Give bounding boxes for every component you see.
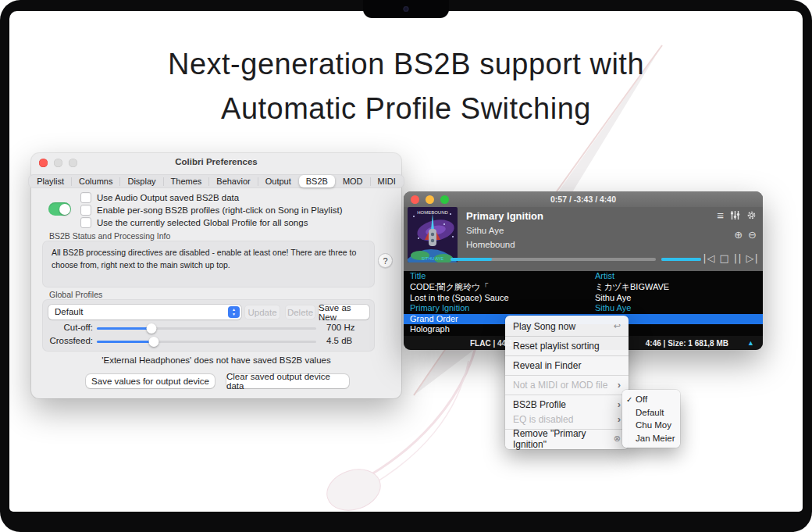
profile-select[interactable]: Default ▲▼ — [48, 305, 241, 320]
pause-icon[interactable]: || — [734, 252, 743, 264]
tab-behavior[interactable]: Behavior — [209, 175, 257, 187]
menu-item-label: Remove "Primary Ignition" — [513, 428, 614, 450]
progress-bar-fill — [451, 258, 492, 261]
headline-line2: Automatic Profile Switching — [9, 87, 803, 131]
tab-columns[interactable]: Columns — [72, 175, 119, 187]
bs2b-profile-submenu: ✓ Off Default Chu Moy Jan Meier — [622, 390, 680, 448]
submenu-item-jan-meier[interactable]: Jan Meier — [622, 432, 680, 445]
row-artist: Sithu Aye — [595, 293, 631, 304]
playlist-row[interactable]: CODE:闇ク腕玲ウ「 ミカヅキBIGWAVE — [404, 282, 763, 293]
playlist-menu-icon[interactable]: ≡ — [717, 209, 724, 222]
row-title: Holograph — [410, 324, 450, 335]
submenu-item-label: Jan Meier — [636, 434, 675, 443]
settings-gear-icon[interactable] — [746, 210, 757, 220]
headline-line1: Next-generation BS2B support with — [9, 42, 803, 87]
progress-bar[interactable] — [451, 258, 656, 261]
per-song-toggle[interactable] — [48, 202, 71, 216]
player-titlebar[interactable]: 0:57 / -3:43 / 4:40 — [404, 191, 763, 207]
playlist-row[interactable]: Lost in the (Space) Sauce Sithu Aye — [404, 293, 763, 304]
chevron-right-icon: › — [618, 414, 621, 424]
previous-track-icon[interactable]: |◁ — [703, 252, 715, 264]
clear-device-data-button[interactable]: Clear saved output device data — [226, 374, 349, 388]
album-art-title: HOMEBOUND — [417, 210, 448, 215]
stop-icon[interactable]: □ — [720, 252, 730, 264]
menu-item-remove-song[interactable]: Remove "Primary Ignition" ⊗ — [505, 431, 629, 446]
playlist-header[interactable]: Title Artist — [404, 271, 763, 282]
menu-item-reset-sorting[interactable]: Reset playlist sorting — [505, 338, 629, 353]
cutoff-slider-knob[interactable] — [147, 323, 157, 334]
playlist-row-now-playing[interactable]: Primary Ignition Sithu Aye — [404, 303, 763, 314]
tab-bs2b[interactable]: BS2B — [299, 175, 335, 187]
update-button[interactable]: Update — [244, 305, 280, 320]
now-playing-panel: HOMEBOUND SITHU AYE Primary Ignition Sit… — [404, 207, 763, 271]
submenu-item-off[interactable]: ✓ Off — [622, 393, 680, 406]
menu-item-reveal-in-finder[interactable]: Reveal in Finder — [505, 358, 629, 373]
select-stepper-icon: ▲▼ — [228, 306, 240, 318]
zoom-out-icon[interactable]: ⊖ — [748, 229, 757, 241]
preferences-window: Colibri Preferences Playlist Columns Dis… — [31, 153, 401, 398]
crossfeed-slider[interactable] — [97, 341, 316, 344]
laptop-notch — [363, 0, 449, 18]
checkbox-row-audio-output[interactable]: Use Audio Output saved BS2B data — [80, 192, 239, 203]
page-title: Next-generation BS2B support with Automa… — [9, 42, 803, 131]
preferences-tabbar: Playlist Columns Display Themes Behavior… — [31, 174, 401, 188]
tab-midi[interactable]: MIDI — [371, 175, 403, 187]
status-info-box: All BS2B processing directives are disab… — [42, 241, 375, 287]
equalizer-icon[interactable] — [730, 210, 740, 220]
menu-item-bs2b-profile[interactable]: BS2B Profile › — [505, 397, 629, 412]
submenu-item-default[interactable]: Default — [622, 406, 680, 420]
window-title: Colibri Preferences — [31, 157, 401, 166]
collapse-statusbar-icon[interactable]: ▲ — [747, 339, 754, 347]
cutoff-slider-fill — [97, 327, 151, 330]
volume-bar-fill — [661, 258, 701, 261]
tab-playlist[interactable]: Playlist — [30, 175, 71, 187]
checkbox-audio-output[interactable] — [80, 192, 91, 203]
cutoff-slider[interactable] — [97, 327, 316, 330]
laptop-screen: Next-generation BS2B support with Automa… — [9, 11, 803, 512]
next-track-icon[interactable]: ▷| — [746, 252, 759, 264]
submenu-item-chu-moy[interactable]: Chu Moy — [622, 419, 680, 432]
help-button[interactable]: ? — [378, 253, 393, 268]
checkbox-row-global-profile[interactable]: Use the currently selected Global Profil… — [80, 217, 308, 228]
column-title[interactable]: Title — [410, 271, 426, 282]
crossfeed-slider-row: Crossfeed: 4.5 dB — [31, 335, 401, 348]
menu-item-label: Reveal in Finder — [513, 360, 581, 371]
preferences-titlebar[interactable]: Colibri Preferences — [31, 153, 401, 172]
check-icon: ✓ — [626, 395, 636, 404]
column-artist[interactable]: Artist — [595, 271, 614, 282]
delete-button[interactable]: Delete — [285, 305, 315, 320]
save-as-new-button[interactable]: Save as New — [319, 305, 369, 320]
status-message: All BS2B processing directives are disab… — [42, 241, 375, 278]
zoom-in-icon[interactable]: ⊕ — [734, 229, 743, 241]
volume-bar[interactable] — [661, 258, 701, 261]
menu-divider — [505, 336, 629, 337]
checkbox-per-song[interactable] — [80, 205, 91, 216]
crossfeed-slider-fill — [97, 341, 154, 344]
tab-output[interactable]: Output — [258, 175, 298, 187]
checkbox-audio-output-label: Use Audio Output saved BS2B data — [97, 193, 239, 202]
menu-item-label: Reset playlist sorting — [513, 341, 600, 352]
checkbox-global-profile[interactable] — [80, 217, 91, 228]
toggle-knob — [59, 204, 70, 215]
marketing-screenshot: Next-generation BS2B support with Automa… — [0, 0, 812, 532]
checkbox-row-per-song[interactable]: Enable per-song BS2B profiles (right-cli… — [80, 205, 342, 216]
status-section-label: BS2B Status and Processing Info — [49, 231, 170, 241]
tab-mod[interactable]: MOD — [336, 175, 370, 187]
menu-item-not-midi-mod: Not a MIDI or MOD file › — [505, 377, 629, 392]
menu-item-label: BS2B Profile — [513, 399, 566, 410]
webcam-icon — [404, 6, 409, 12]
crossfeed-slider-knob[interactable] — [149, 337, 159, 347]
track-album: Homebound — [466, 240, 515, 249]
menu-item-label: Not a MIDI or MOD file — [513, 380, 607, 391]
device-note: 'External Headphones' does not have save… — [31, 355, 401, 365]
chevron-right-icon: › — [618, 399, 621, 409]
menu-item-play-song-now[interactable]: Play Song now ↩ — [505, 319, 629, 334]
tab-display[interactable]: Display — [120, 175, 162, 187]
menu-item-label: EQ is disabled — [513, 414, 573, 425]
save-device-values-button[interactable]: Save values for output device — [86, 374, 215, 388]
menu-divider — [505, 355, 629, 356]
checkbox-per-song-label: Enable per-song BS2B profiles (right-cli… — [97, 205, 342, 215]
time-display: 0:57 / -3:43 / 4:40 — [404, 195, 763, 204]
tab-themes[interactable]: Themes — [164, 175, 209, 187]
crossfeed-label: Crossfeed: — [31, 336, 93, 345]
